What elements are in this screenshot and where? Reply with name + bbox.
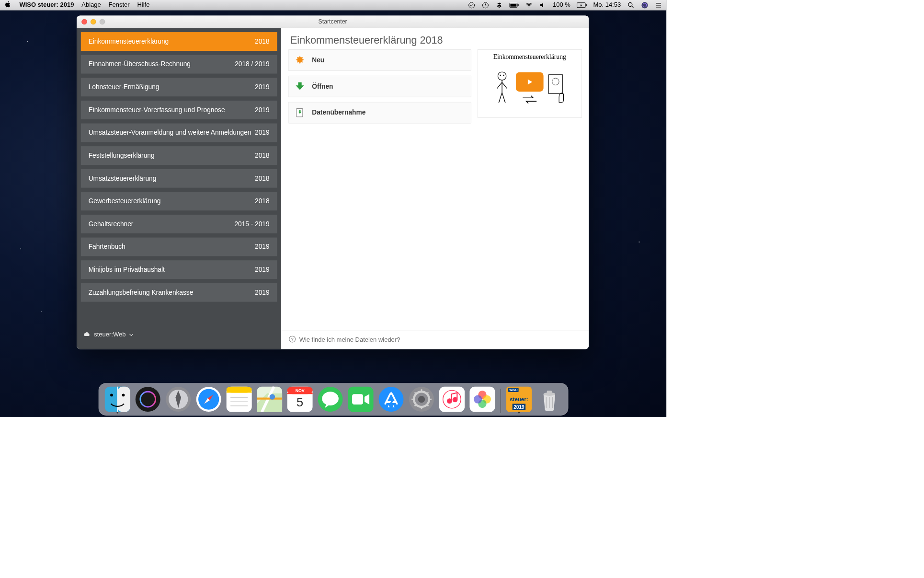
timemachine-icon[interactable]	[481, 1, 489, 9]
menubar-clock[interactable]: Mo. 14:53	[593, 1, 621, 9]
play-button[interactable]	[516, 72, 544, 92]
dock-siri[interactable]	[134, 385, 162, 413]
svg-rect-6	[586, 4, 587, 6]
promo-card[interactable]: Einkommensteuererklärung	[478, 49, 582, 118]
svg-point-45	[418, 396, 424, 403]
sidebar-item-label: Umsatzsteuer-Voranmeldung und weitere An…	[89, 129, 251, 137]
main-content: Einkommensteuererklärung 2018 Neu Öffnen	[281, 28, 589, 349]
arrow-down-icon	[295, 81, 305, 92]
siri-menubar-icon[interactable]	[641, 1, 649, 9]
dock-messages[interactable]	[316, 385, 344, 413]
sidebar-footer-steuerweb[interactable]: steuer:Web	[81, 327, 277, 345]
sidebar-item-year: 2019	[255, 129, 269, 137]
arrow-swap-icon	[521, 94, 538, 105]
svg-point-8	[641, 2, 648, 8]
volume-icon[interactable]	[539, 1, 547, 9]
dock-wiso[interactable]: WISOsteuer:2019	[505, 385, 533, 413]
chevron-down-icon	[129, 331, 134, 338]
notification-center-icon[interactable]	[655, 1, 662, 9]
svg-point-21	[122, 394, 125, 397]
cloud-icon	[84, 331, 91, 338]
menubar-item-fenster[interactable]: Fenster	[109, 1, 130, 9]
menubar: WISO steuer: 2019 Ablage Fenster Hilfe 1…	[0, 0, 666, 11]
dock: NOV5 WISOsteuer:2019	[98, 383, 568, 416]
dock-settings[interactable]	[408, 385, 435, 413]
sidebar-item-year: 2018	[255, 38, 269, 46]
sidebar-item-year: 2019	[255, 243, 269, 251]
battery-icon[interactable]	[509, 2, 519, 8]
svg-rect-3	[510, 4, 516, 7]
dock-launchpad[interactable]	[164, 385, 192, 413]
help-text: Wie finde ich meine Dateien wieder?	[299, 336, 400, 344]
svg-rect-41	[352, 394, 363, 405]
action-label: Datenübernahme	[312, 109, 365, 116]
window-title: Startcenter	[77, 18, 589, 25]
dock-safari[interactable]	[194, 385, 222, 413]
sidebar-item-year: 2018	[255, 197, 269, 205]
wifi-icon[interactable]	[525, 1, 533, 9]
dock-music[interactable]	[438, 385, 466, 413]
sidebar-item-minijobs[interactable]: Minijobs im Privathaushalt 2019	[81, 260, 277, 279]
dock-photos[interactable]	[468, 385, 496, 413]
sidebar-item-year: 2019	[255, 83, 269, 91]
help-link[interactable]: ? Wie finde ich meine Dateien wieder?	[281, 331, 589, 349]
dock-notes[interactable]	[225, 385, 253, 413]
dock-appstore[interactable]	[377, 385, 405, 413]
menubar-item-ablage[interactable]: Ablage	[81, 1, 101, 9]
dropbox-icon[interactable]	[495, 1, 503, 9]
dock-maps[interactable]	[255, 385, 283, 413]
star-burst-icon	[295, 55, 305, 66]
sidebar-item-label: Gewerbesteuererklärung	[89, 197, 161, 205]
svg-rect-50	[469, 386, 495, 412]
menubar-app-name[interactable]: WISO steuer: 2019	[19, 1, 74, 9]
sidebar-item-year: 2018 / 2019	[235, 60, 269, 68]
dock-calendar[interactable]: NOV5	[286, 385, 314, 413]
svg-text:5: 5	[297, 395, 303, 409]
sidebar-item-feststellung[interactable]: Feststellungserklärung 2018	[81, 146, 277, 165]
sidebar-item-lohnsteuer[interactable]: Lohnsteuer-Ermäßigung 2019	[81, 78, 277, 96]
svg-point-7	[628, 2, 632, 6]
sidebar-item-year: 2018	[255, 174, 269, 182]
sidebar-item-zuzahlung[interactable]: Zuzahlungsbefreiung Krankenkasse 2019	[81, 283, 277, 302]
action-import[interactable]: Datenübernahme	[288, 102, 471, 124]
action-new[interactable]: Neu	[288, 49, 471, 71]
svg-text:2019: 2019	[513, 405, 525, 410]
sidebar-item-label: Einkommensteuererklärung	[89, 38, 169, 46]
svg-rect-30	[226, 392, 251, 393]
promo-title: Einkommensteuererklärung	[493, 53, 566, 61]
person-sketch-icon	[491, 70, 512, 107]
sidebar-item-vorerfassung[interactable]: Einkommensteuer-Vorerfassung und Prognos…	[81, 101, 277, 119]
dock-trash[interactable]	[536, 385, 563, 413]
dock-facetime[interactable]	[347, 385, 375, 413]
sidebar-item-umsatzsteuer[interactable]: Umsatzsteuererklärung 2018	[81, 169, 277, 188]
titlebar[interactable]: Startcenter	[77, 15, 589, 28]
sidebar-item-einkommensteuer[interactable]: Einkommensteuererklärung 2018	[81, 32, 277, 51]
svg-rect-4	[517, 4, 518, 6]
action-label: Neu	[312, 57, 324, 64]
action-label: Öffnen	[312, 82, 333, 90]
sidebar-item-year: 2015 - 2019	[234, 220, 269, 228]
svg-point-20	[110, 394, 113, 397]
svg-point-15	[552, 78, 559, 85]
sidebar-item-fahrtenbuch[interactable]: Fahrtenbuch 2019	[81, 238, 277, 256]
menubar-item-hilfe[interactable]: Hilfe	[137, 1, 149, 9]
svg-point-13	[503, 75, 504, 76]
action-open[interactable]: Öffnen	[288, 76, 471, 97]
apple-menu-icon[interactable]	[4, 0, 12, 10]
spotlight-icon[interactable]	[627, 1, 635, 9]
sidebar-item-label: Einkommensteuer-Vorerfassung und Prognos…	[89, 106, 225, 114]
sidebar-item-gehaltsrechner[interactable]: Gehaltsrechner 2015 - 2019	[81, 215, 277, 233]
sidebar-item-gewerbesteuer[interactable]: Gewerbesteuererklärung 2018	[81, 192, 277, 210]
dock-finder[interactable]	[103, 385, 131, 413]
sync-icon[interactable]	[468, 1, 476, 9]
sidebar-item-eur[interactable]: Einnahmen-Überschuss-Rechnung 2018 / 201…	[81, 55, 277, 74]
document-thumbsup-icon	[547, 73, 568, 104]
sidebar-item-label: Zuzahlungsbefreiung Krankenkasse	[89, 289, 194, 296]
sidebar-item-ustva[interactable]: Umsatzsteuer-Voranmeldung und weitere An…	[81, 124, 277, 142]
svg-text:NOV: NOV	[295, 388, 304, 393]
svg-point-22	[135, 387, 160, 412]
svg-point-12	[500, 75, 501, 76]
sidebar-item-label: Umsatzsteuererklärung	[89, 174, 157, 182]
svg-text:steuer:: steuer:	[510, 396, 528, 402]
sidebar-item-year: 2019	[255, 289, 269, 296]
